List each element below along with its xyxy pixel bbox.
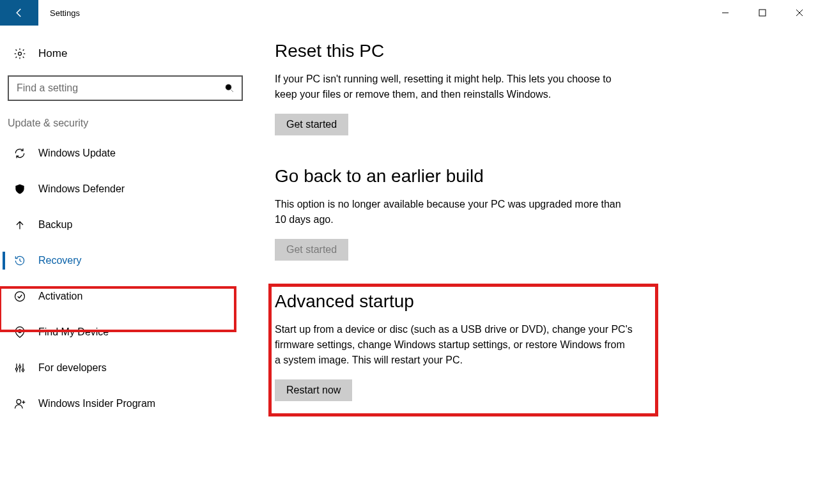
sidebar-item-insider-program[interactable]: Windows Insider Program	[6, 386, 242, 422]
sidebar-item-for-developers[interactable]: For developers	[6, 350, 242, 386]
sidebar-item-label: Recovery	[38, 255, 82, 266]
check-circle-icon	[13, 290, 27, 303]
titlebar: Settings	[0, 0, 818, 26]
gear-icon	[13, 47, 27, 60]
search-input[interactable]	[15, 82, 224, 95]
section-title: Reset this PC	[275, 41, 665, 61]
sidebar-category-label: Update & security	[8, 118, 243, 129]
shield-icon	[13, 183, 27, 195]
sidebar-item-label: Windows Insider Program	[38, 398, 155, 409]
search-box[interactable]	[8, 75, 243, 101]
svg-point-7	[22, 369, 24, 371]
sidebar-home[interactable]: Home	[6, 38, 243, 69]
sidebar-item-activation[interactable]: Activation	[6, 279, 242, 314]
sidebar-item-windows-update[interactable]: Windows Update	[6, 135, 242, 171]
close-button[interactable]	[781, 0, 818, 26]
main-content: Reset this PC If your PC isn't running w…	[243, 26, 703, 432]
restart-now-button[interactable]: Restart now	[275, 379, 352, 401]
reset-get-started-button[interactable]: Get started	[275, 114, 348, 135]
svg-point-2	[226, 84, 231, 90]
svg-point-3	[15, 292, 25, 302]
sidebar-item-label: For developers	[38, 362, 107, 374]
person-plus-icon	[13, 397, 27, 410]
sidebar-home-label: Home	[38, 47, 67, 60]
svg-point-4	[19, 330, 22, 333]
sidebar-item-recovery[interactable]: Recovery	[6, 243, 242, 279]
sidebar-item-backup[interactable]: Backup	[6, 207, 242, 243]
svg-rect-0	[759, 10, 766, 16]
window-title: Settings	[38, 0, 80, 26]
goback-get-started-button: Get started	[275, 239, 348, 261]
sidebar-item-label: Windows Defender	[38, 183, 125, 195]
sidebar-item-windows-defender[interactable]: Windows Defender	[6, 171, 242, 207]
window-controls	[707, 0, 818, 26]
section-title: Advanced startup	[275, 291, 665, 312]
sidebar-item-label: Windows Update	[38, 148, 116, 159]
svg-point-5	[15, 368, 17, 370]
section-desc: Start up from a device or disc (such as …	[275, 322, 633, 368]
sidebar-item-find-my-device[interactable]: Find My Device	[6, 314, 242, 350]
sidebar-item-label: Activation	[38, 291, 82, 302]
history-icon	[13, 254, 27, 267]
sidebar: Home Update & security Windows Update Wi…	[0, 26, 243, 432]
back-button[interactable]	[0, 0, 38, 26]
section-desc: This option is no longer available becau…	[275, 197, 633, 227]
maximize-button[interactable]	[744, 0, 781, 26]
sidebar-item-label: Backup	[38, 219, 72, 231]
location-icon	[13, 326, 27, 339]
svg-point-6	[19, 366, 20, 368]
sync-icon	[13, 147, 27, 160]
section-go-back: Go back to an earlier build This option …	[275, 166, 665, 261]
sidebar-item-label: Find My Device	[38, 326, 109, 338]
minimize-button[interactable]	[707, 0, 744, 26]
svg-point-8	[17, 399, 21, 404]
search-icon	[224, 82, 235, 94]
arrow-up-icon	[13, 218, 27, 231]
active-indicator	[3, 252, 5, 270]
tools-icon	[13, 362, 27, 374]
section-advanced-startup: Advanced startup Start up from a device …	[275, 291, 665, 401]
section-reset-pc: Reset this PC If your PC isn't running w…	[275, 41, 665, 135]
svg-point-1	[19, 52, 22, 56]
section-desc: If your PC isn't running well, resetting…	[275, 72, 633, 102]
section-title: Go back to an earlier build	[275, 166, 665, 187]
